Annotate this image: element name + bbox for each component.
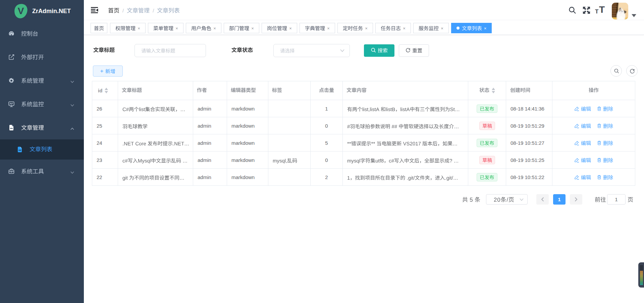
svg-text:V: V <box>18 6 24 16</box>
